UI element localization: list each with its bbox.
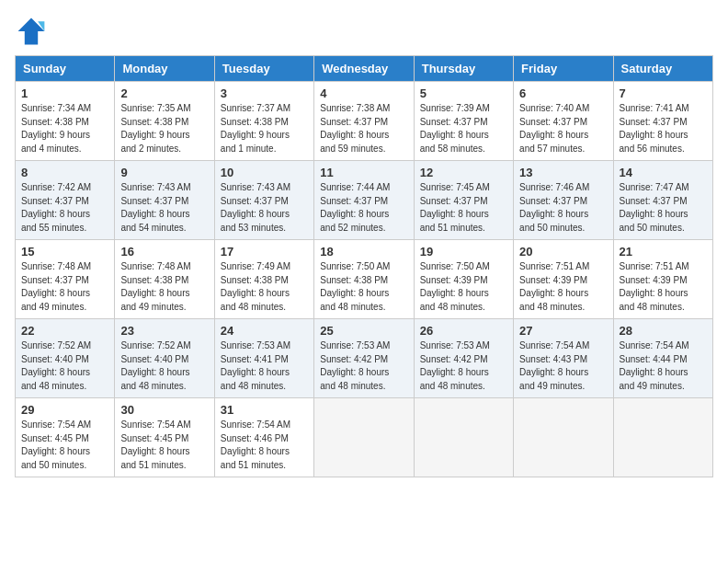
day-number: 4 [320,86,407,100]
day-number: 18 [320,245,407,259]
calendar-cell: 16Sunrise: 7:48 AM Sunset: 4:38 PM Dayli… [115,240,214,319]
calendar-cell: 8Sunrise: 7:42 AM Sunset: 4:37 PM Daylig… [16,161,115,240]
day-info: Sunrise: 7:39 AM Sunset: 4:37 PM Dayligh… [420,102,507,155]
day-number: 30 [120,403,208,417]
calendar-cell: 15Sunrise: 7:48 AM Sunset: 4:37 PM Dayli… [16,240,115,319]
day-number: 2 [120,86,208,100]
col-header-sunday: Sunday [16,56,115,82]
calendar-cell: 11Sunrise: 7:44 AM Sunset: 4:37 PM Dayli… [314,161,414,240]
day-number: 22 [21,324,108,338]
calendar-cell: 19Sunrise: 7:50 AM Sunset: 4:39 PM Dayli… [414,240,513,319]
logo [15,15,53,48]
col-header-friday: Friday [514,56,613,82]
day-number: 20 [519,245,607,259]
col-header-tuesday: Tuesday [214,56,313,82]
day-info: Sunrise: 7:37 AM Sunset: 4:38 PM Dayligh… [221,102,308,155]
calendar-cell: 31Sunrise: 7:54 AM Sunset: 4:46 PM Dayli… [214,398,313,477]
calendar-cell: 17Sunrise: 7:49 AM Sunset: 4:38 PM Dayli… [214,240,313,319]
day-info: Sunrise: 7:35 AM Sunset: 4:38 PM Dayligh… [120,102,208,155]
day-number: 1 [21,86,108,100]
day-info: Sunrise: 7:48 AM Sunset: 4:38 PM Dayligh… [120,260,208,314]
calendar-cell [514,398,613,477]
calendar-table: SundayMondayTuesdayWednesdayThursdayFrid… [15,55,713,477]
calendar-cell: 26Sunrise: 7:53 AM Sunset: 4:42 PM Dayli… [414,319,513,398]
day-number: 3 [221,86,308,100]
day-number: 28 [620,324,707,338]
day-info: Sunrise: 7:52 AM Sunset: 4:40 PM Dayligh… [120,339,208,393]
day-info: Sunrise: 7:34 AM Sunset: 4:38 PM Dayligh… [21,102,108,155]
day-number: 16 [120,245,208,259]
day-number: 8 [21,166,108,179]
day-info: Sunrise: 7:46 AM Sunset: 4:37 PM Dayligh… [519,181,607,235]
day-info: Sunrise: 7:43 AM Sunset: 4:37 PM Dayligh… [120,181,208,235]
day-number: 5 [420,86,507,100]
day-info: Sunrise: 7:43 AM Sunset: 4:37 PM Dayligh… [221,181,308,235]
calendar-cell: 10Sunrise: 7:43 AM Sunset: 4:37 PM Dayli… [214,161,313,240]
calendar-cell: 7Sunrise: 7:41 AM Sunset: 4:37 PM Daylig… [613,82,712,161]
day-number: 9 [120,166,208,179]
calendar-cell: 4Sunrise: 7:38 AM Sunset: 4:37 PM Daylig… [314,82,414,161]
calendar-cell: 28Sunrise: 7:54 AM Sunset: 4:44 PM Dayli… [613,319,712,398]
day-info: Sunrise: 7:42 AM Sunset: 4:37 PM Dayligh… [21,181,108,235]
day-info: Sunrise: 7:38 AM Sunset: 4:37 PM Dayligh… [320,102,407,155]
day-info: Sunrise: 7:53 AM Sunset: 4:41 PM Dayligh… [221,339,308,393]
day-number: 19 [420,245,507,259]
day-info: Sunrise: 7:50 AM Sunset: 4:38 PM Dayligh… [320,260,407,314]
day-number: 11 [320,166,407,179]
calendar-cell [613,398,712,477]
calendar-cell [414,398,513,477]
day-info: Sunrise: 7:44 AM Sunset: 4:37 PM Dayligh… [320,181,407,235]
calendar-cell: 13Sunrise: 7:46 AM Sunset: 4:37 PM Dayli… [514,161,613,240]
day-number: 24 [221,324,308,338]
day-info: Sunrise: 7:51 AM Sunset: 4:39 PM Dayligh… [519,260,607,314]
day-info: Sunrise: 7:53 AM Sunset: 4:42 PM Dayligh… [420,339,507,393]
day-info: Sunrise: 7:49 AM Sunset: 4:38 PM Dayligh… [221,260,308,314]
calendar-cell: 23Sunrise: 7:52 AM Sunset: 4:40 PM Dayli… [115,319,214,398]
day-number: 7 [620,86,707,100]
day-number: 14 [620,166,707,179]
day-info: Sunrise: 7:54 AM Sunset: 4:43 PM Dayligh… [519,339,607,393]
col-header-saturday: Saturday [613,56,712,82]
day-number: 21 [620,245,707,259]
calendar-cell [314,398,414,477]
day-info: Sunrise: 7:51 AM Sunset: 4:39 PM Dayligh… [620,260,707,314]
calendar-cell: 18Sunrise: 7:50 AM Sunset: 4:38 PM Dayli… [314,240,414,319]
day-info: Sunrise: 7:54 AM Sunset: 4:45 PM Dayligh… [21,419,108,472]
day-number: 13 [519,166,607,179]
calendar-cell: 21Sunrise: 7:51 AM Sunset: 4:39 PM Dayli… [613,240,712,319]
day-info: Sunrise: 7:47 AM Sunset: 4:37 PM Dayligh… [620,181,707,235]
day-info: Sunrise: 7:50 AM Sunset: 4:39 PM Dayligh… [420,260,507,314]
calendar-cell: 14Sunrise: 7:47 AM Sunset: 4:37 PM Dayli… [613,161,712,240]
col-header-monday: Monday [115,56,214,82]
day-number: 17 [221,245,308,259]
day-number: 6 [519,86,607,100]
calendar-cell: 30Sunrise: 7:54 AM Sunset: 4:45 PM Dayli… [115,398,214,477]
day-number: 15 [21,245,108,259]
day-info: Sunrise: 7:41 AM Sunset: 4:37 PM Dayligh… [620,102,707,155]
calendar-cell: 29Sunrise: 7:54 AM Sunset: 4:45 PM Dayli… [16,398,115,477]
calendar-cell: 3Sunrise: 7:37 AM Sunset: 4:38 PM Daylig… [214,82,313,161]
calendar-cell: 25Sunrise: 7:53 AM Sunset: 4:42 PM Dayli… [314,319,414,398]
day-info: Sunrise: 7:52 AM Sunset: 4:40 PM Dayligh… [21,339,108,393]
day-info: Sunrise: 7:54 AM Sunset: 4:45 PM Dayligh… [120,419,208,472]
day-number: 26 [420,324,507,338]
day-number: 27 [519,324,607,338]
day-info: Sunrise: 7:45 AM Sunset: 4:37 PM Dayligh… [420,181,507,235]
calendar-cell: 22Sunrise: 7:52 AM Sunset: 4:40 PM Dayli… [16,319,115,398]
day-number: 29 [21,403,108,417]
day-number: 25 [320,324,407,338]
day-info: Sunrise: 7:53 AM Sunset: 4:42 PM Dayligh… [320,339,407,393]
col-header-thursday: Thursday [414,56,513,82]
day-info: Sunrise: 7:40 AM Sunset: 4:37 PM Dayligh… [519,102,607,155]
col-header-wednesday: Wednesday [314,56,414,82]
day-number: 12 [420,166,507,179]
calendar-cell: 2Sunrise: 7:35 AM Sunset: 4:38 PM Daylig… [115,82,214,161]
day-info: Sunrise: 7:48 AM Sunset: 4:37 PM Dayligh… [21,260,108,314]
calendar-cell: 20Sunrise: 7:51 AM Sunset: 4:39 PM Dayli… [514,240,613,319]
calendar-cell: 1Sunrise: 7:34 AM Sunset: 4:38 PM Daylig… [16,82,115,161]
calendar-cell: 24Sunrise: 7:53 AM Sunset: 4:41 PM Dayli… [214,319,313,398]
day-number: 10 [221,166,308,179]
day-number: 31 [221,403,308,417]
calendar-cell: 6Sunrise: 7:40 AM Sunset: 4:37 PM Daylig… [514,82,613,161]
page-header [15,15,713,48]
